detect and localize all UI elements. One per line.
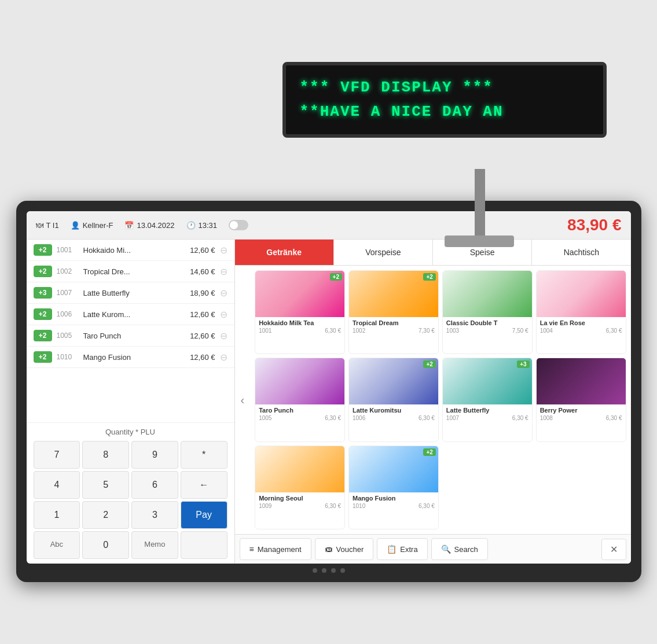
product-card[interactable]: +2 Hokkaido Milk Tea 1001 6,30 € — [255, 270, 345, 354]
numpad-key-8[interactable]: 8 — [82, 441, 129, 469]
product-meta: 1010 6,30 € — [353, 503, 435, 509]
product-card[interactable]: +2 Mango Fusion 1010 6,30 € — [348, 446, 439, 529]
product-card[interactable]: Morning Seoul 1009 6,30 € — [255, 446, 345, 529]
order-item[interactable]: +2 1006 Latte Kurom... 12,60 € ⊖ — [27, 304, 234, 325]
product-image — [255, 446, 344, 492]
numpad-key-4[interactable]: 4 — [34, 471, 80, 499]
product-meta: 1009 6,30 € — [259, 503, 341, 509]
monitor: 🍽 T I1 👤 Kellner-F 📅 13.04.2022 🕐 13:31 … — [16, 201, 641, 582]
product-name: Mango Fusion — [353, 495, 435, 502]
product-price: 6,30 € — [512, 415, 528, 421]
numpad-title: Quantity * PLU — [34, 428, 227, 436]
action-btn-search[interactable]: 🔍Search — [431, 538, 488, 560]
product-meta: 1001 6,30 € — [259, 327, 341, 334]
numpad-key-3[interactable]: 3 — [131, 501, 178, 529]
monitor-controls — [27, 564, 631, 575]
item-name: Tropical Dre... — [83, 267, 177, 276]
order-item[interactable]: +2 1002 Tropical Dre... 14,60 € ⊖ — [27, 261, 234, 282]
product-image — [537, 358, 626, 404]
product-info: Hokkaido Milk Tea 1001 6,30 € — [255, 317, 344, 336]
item-code: 1006 — [57, 310, 79, 318]
action-btn-management[interactable]: ≡Management — [240, 538, 311, 560]
prev-page-arrow[interactable]: ‹ — [235, 266, 251, 534]
product-code: 1005 — [259, 415, 271, 421]
product-card[interactable]: +3 Latte Butterfly 1007 6,30 € — [442, 358, 533, 441]
product-meta: 1002 7,30 € — [353, 327, 435, 334]
action-bar: ≡Management🎟Voucher📋Extra🔍Search✕ — [235, 534, 631, 564]
order-item[interactable]: +2 1010 Mango Fusion 12,60 € ⊖ — [27, 347, 234, 368]
search-icon: 🔍 — [441, 544, 451, 554]
item-name: Latte Kurom... — [83, 310, 177, 319]
product-badge: +2 — [330, 273, 342, 281]
action-btn-voucher[interactable]: 🎟Voucher — [315, 538, 374, 560]
product-price: 6,30 € — [325, 327, 341, 334]
product-name: Tropical Dream — [353, 319, 435, 326]
clock-icon: 🕐 — [186, 221, 196, 230]
product-card[interactable]: Berry Power 1008 6,30 € — [536, 358, 626, 441]
product-meta: 1004 6,30 € — [540, 327, 622, 334]
numpad-key-back[interactable]: ← — [181, 471, 227, 499]
tab-nachtisch[interactable]: Nachtisch — [532, 240, 630, 265]
remove-item-button[interactable]: ⊖ — [220, 309, 227, 320]
product-price: 6,30 € — [419, 415, 435, 421]
order-item[interactable]: +3 1007 Latte Butterfly 18,90 € ⊖ — [27, 282, 234, 304]
numpad-key-1[interactable]: 1 — [34, 501, 80, 529]
remove-item-button[interactable]: ⊖ — [220, 266, 227, 277]
waiter-name: Kellner-F — [83, 221, 113, 230]
numpad-key-2[interactable]: 2 — [82, 501, 129, 529]
product-card[interactable]: La vie En Rose 1004 6,30 € — [536, 270, 626, 354]
numpad-key-5[interactable]: 5 — [82, 471, 129, 499]
product-badge: +3 — [517, 360, 529, 368]
vfd-display: *** VFD DISPLAY *** **HAVE A NICE DAY AN — [282, 62, 607, 138]
action-btn-extra[interactable]: 📋Extra — [377, 538, 427, 560]
product-name: Morning Seoul — [259, 495, 341, 502]
numpad-grid: 789*456←123PayAbc0Memo — [34, 441, 227, 559]
vfd-stand — [475, 169, 485, 238]
remove-item-button[interactable]: ⊖ — [220, 352, 227, 363]
product-card[interactable]: Taro Punch 1005 6,30 € — [255, 358, 345, 441]
remove-item-button[interactable]: ⊖ — [220, 288, 227, 299]
product-info: Taro Punch 1005 6,30 € — [255, 404, 344, 424]
toggle-switch[interactable] — [229, 220, 248, 230]
vfd-base — [445, 235, 514, 247]
product-price: 7,50 € — [512, 327, 528, 334]
product-grid: +2 Hokkaido Milk Tea 1001 6,30 € +2 Trop… — [250, 266, 630, 534]
item-price: 12,60 € — [182, 246, 215, 255]
numpad-key-star[interactable]: * — [181, 441, 227, 469]
pay-button[interactable]: Pay — [181, 501, 227, 529]
product-meta: 1006 6,30 € — [353, 415, 435, 421]
numpad-memo-button[interactable]: Memo — [131, 531, 178, 559]
product-name: Latte Butterfly — [446, 407, 528, 414]
date-info: 📅 13.04.2022 — [124, 221, 174, 230]
product-card[interactable]: +2 Tropical Dream 1002 7,30 € — [348, 270, 439, 354]
product-meta: 1007 6,30 € — [446, 415, 528, 421]
voucher-label: Voucher — [336, 545, 364, 554]
close-button[interactable]: ✕ — [601, 539, 626, 560]
numpad-key-0[interactable]: 0 — [82, 531, 129, 559]
product-info: Morning Seoul 1009 6,30 € — [255, 492, 344, 511]
product-card[interactable]: Classic Double T 1003 7,50 € — [442, 270, 533, 354]
remove-item-button[interactable]: ⊖ — [220, 330, 227, 341]
product-image — [255, 358, 344, 404]
product-meta: 1005 6,30 € — [259, 415, 341, 421]
header-bar: 🍽 T I1 👤 Kellner-F 📅 13.04.2022 🕐 13:31 … — [27, 211, 631, 240]
order-items-list: +2 1001 Hokkaido Mi... 12,60 € ⊖ +2 1002… — [27, 240, 234, 422]
item-code: 1007 — [57, 289, 79, 297]
numpad-key-7[interactable]: 7 — [34, 441, 80, 469]
numpad-empty — [181, 531, 227, 559]
product-code: 1006 — [353, 415, 365, 421]
remove-item-button[interactable]: ⊖ — [220, 245, 227, 256]
numpad-key-6[interactable]: 6 — [131, 471, 178, 499]
product-card[interactable]: +2 Latte Kuromitsu 1006 6,30 € — [348, 358, 439, 441]
tab-getränke[interactable]: Getränke — [235, 240, 334, 265]
qty-badge: +2 — [34, 244, 52, 256]
item-code: 1001 — [57, 246, 79, 254]
numpad-key-9[interactable]: 9 — [131, 441, 178, 469]
tab-vorspeise[interactable]: Vorspeise — [334, 240, 433, 265]
order-item[interactable]: +2 1005 Taro Punch 12,60 € ⊖ — [27, 325, 234, 347]
numpad-abc-button[interactable]: Abc — [34, 531, 80, 559]
status-dot-1 — [322, 568, 326, 573]
table-label: T I1 — [46, 221, 59, 230]
product-price: 6,30 € — [606, 327, 622, 334]
order-item[interactable]: +2 1001 Hokkaido Mi... 12,60 € ⊖ — [27, 240, 234, 261]
